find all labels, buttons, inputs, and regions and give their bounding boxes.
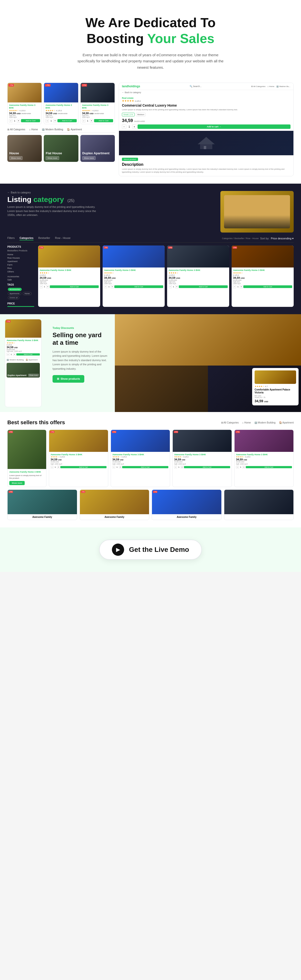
list-qty-minus-2[interactable]: − xyxy=(104,285,107,288)
card3-stars: ★★★★☆ 4.1/5.0 xyxy=(82,109,113,112)
bs-qty-minus-2[interactable]: − xyxy=(112,466,115,468)
list-item: -7% Awesome Family Home 3 BHK ★★★★☆ 4.1/… xyxy=(38,245,100,307)
sqft-opt-1[interactable]: Small | 1 ft. xyxy=(122,113,135,116)
bs-nav-apt[interactable]: 🏠 Apartment xyxy=(279,421,294,424)
list-qty-plus-3[interactable]: + xyxy=(175,285,178,288)
bs-qty-plus-1[interactable]: + xyxy=(57,466,60,468)
listing-sidebar: PRODUCTS Bestsellers Products Home Row H… xyxy=(7,245,34,307)
promo-right-images: ★★★★☆ 4.7 Comfortable Apartment Palace V… xyxy=(115,314,301,412)
promo-tab-apt[interactable]: 🏠 Apartment xyxy=(26,359,38,361)
tab-home[interactable]: ⌂ Home xyxy=(29,128,38,131)
badge-2: -7% xyxy=(45,84,50,87)
qty-plus-1[interactable]: + xyxy=(17,119,20,123)
bs-add-cart-3[interactable]: Add to Cart xyxy=(184,466,230,468)
sidebar-price-bar[interactable] xyxy=(7,306,34,307)
filter-bestseller[interactable]: Bestseller xyxy=(38,237,50,240)
nav-madren[interactable]: 🏢 Madren Bu... xyxy=(276,85,290,88)
sort-value[interactable]: Price descending ▾ xyxy=(271,237,294,240)
bs-qty-plus-4[interactable]: + xyxy=(242,466,245,468)
filter-btn[interactable]: Filters xyxy=(7,237,15,240)
filter-categories[interactable]: Categories xyxy=(19,237,33,240)
sidebar-tags-title: TAGS xyxy=(7,283,34,286)
bs-add-cart-1[interactable]: Add to Cart xyxy=(60,466,106,468)
cta-section: ▶ Get the Live Demo xyxy=(0,527,301,572)
back-to-category[interactable]: ← Back to category xyxy=(7,191,100,194)
list-qty-plus-4[interactable]: + xyxy=(240,285,243,288)
bs-qty-plus-2[interactable]: + xyxy=(119,466,122,468)
small-cat-btn-1[interactable]: Show more xyxy=(29,374,39,377)
bestsellers-section: Best sellers this offers ⊞ All Categorie… xyxy=(0,412,301,527)
tab-modern-building[interactable]: 🏢 Modern Building xyxy=(42,128,63,131)
listing-title-start: Listing xyxy=(7,196,33,204)
list-add-cart-4[interactable]: Add to Cart xyxy=(243,285,292,288)
hero-title-line1: We Are Dedicated To xyxy=(85,15,215,30)
detail-qty-plus[interactable]: + xyxy=(132,124,136,129)
qty-plus-3[interactable]: + xyxy=(90,119,93,123)
bs-add-cart-4[interactable]: Add to Cart xyxy=(246,466,292,468)
tag-apartments[interactable]: Apartments xyxy=(8,292,21,295)
show-products-btn[interactable]: ⊞ Show products xyxy=(52,375,84,383)
list-item: -7% Awesome Family Home 3 BHK Lorem ipsu… xyxy=(7,430,46,487)
sidebar-item-row-houses[interactable]: Row Houses xyxy=(7,256,34,260)
add-cart-btn-2[interactable]: Add to Cart xyxy=(57,119,76,122)
bs-nav-modern[interactable]: 🏢 Modern Building xyxy=(254,421,276,424)
list-add-cart-3[interactable]: Add to Cart xyxy=(179,285,228,288)
list-item: -7% Awesome Family xyxy=(152,490,222,520)
nav-home[interactable]: ⌂ Home xyxy=(268,85,274,88)
tag-home[interactable]: Home xyxy=(23,292,31,295)
card2-title: Awesome Family Home 3 BHK xyxy=(46,104,76,109)
tag-delete-all[interactable]: Delete all xyxy=(8,296,19,299)
bs-nav-home[interactable]: ⌂ Home xyxy=(242,421,251,424)
card1-title: Awesome Family Home 3 BHK xyxy=(9,104,40,109)
promo-tab-modern[interactable]: 🏢 Modern Building xyxy=(6,359,24,361)
bs-show-more-btn[interactable]: Show more xyxy=(9,481,25,485)
cat-flat-btn[interactable]: Show more xyxy=(46,156,59,160)
promo-add-cart[interactable]: Add to Cart xyxy=(16,353,40,356)
sidebar-accessories[interactable]: Accessories xyxy=(7,275,34,278)
hero-section: We Are Dedicated To Boosting Your Sales … xyxy=(0,0,301,80)
bs-qty-minus-3[interactable]: − xyxy=(174,466,177,468)
sidebar-item-rice[interactable]: Rice xyxy=(7,267,34,270)
tab-apartment[interactable]: 🏠 Apartment xyxy=(67,128,82,131)
cat-duplex-btn[interactable]: Show more xyxy=(82,156,95,160)
qty-minus-2[interactable]: − xyxy=(46,119,49,123)
nav-all-cat[interactable]: ⊞ All Categories xyxy=(251,85,266,88)
detail-qty-minus[interactable]: − xyxy=(122,124,126,129)
sidebar-item-home[interactable]: Home xyxy=(7,253,34,256)
add-cart-btn-3[interactable]: Add to Cart xyxy=(94,119,113,122)
back-btn[interactable]: ← Back to category xyxy=(119,90,293,95)
sidebar-item-farm[interactable]: Farm xyxy=(7,263,34,267)
cat-house-btn[interactable]: Show more xyxy=(9,156,22,160)
sidebar-item-apartment[interactable]: Apartment xyxy=(7,260,34,263)
list-qty-minus-3[interactable]: − xyxy=(169,285,172,288)
list-qty-plus-2[interactable]: + xyxy=(111,285,114,288)
list-qty-plus-1[interactable]: + xyxy=(46,285,49,288)
bs-qty-minus-1[interactable]: − xyxy=(51,466,54,468)
list-qty-minus-4[interactable]: − xyxy=(233,285,236,288)
list-add-cart-2[interactable]: Add to Cart xyxy=(114,285,163,288)
list-add-cart-1[interactable]: Add to Cart xyxy=(50,285,99,288)
live-demo-button[interactable]: ▶ Get the Live Demo xyxy=(99,539,202,560)
bs-add-cart-2[interactable]: Add to Cart xyxy=(122,466,168,468)
filter-row-house[interactable]: Row - House xyxy=(55,237,71,240)
about-product-btn[interactable]: About product xyxy=(122,158,138,161)
detail-add-cart[interactable]: Add to cart → xyxy=(138,124,290,129)
bs-nav-all[interactable]: ⊞ All Categories xyxy=(221,421,239,424)
qty-minus-1[interactable]: − xyxy=(9,119,13,123)
add-cart-btn-1[interactable]: Add to Cart xyxy=(21,119,40,122)
bs-qty-minus-4[interactable]: − xyxy=(236,466,239,468)
promo-left-card: -7% Awesome Family Home 3 BHK ★★★★☆ 4.1/… xyxy=(5,319,41,407)
cat-house: House Show more xyxy=(7,135,42,162)
promo-qty-minus[interactable]: − xyxy=(6,353,10,356)
promo-qty-plus[interactable]: + xyxy=(13,353,16,356)
bs-qty-plus-3[interactable]: + xyxy=(181,466,184,468)
qty-plus-2[interactable]: + xyxy=(53,119,57,123)
tab-all-categories[interactable]: ⊞ All Categories xyxy=(7,128,25,131)
list-qty-minus-1[interactable]: − xyxy=(40,285,43,288)
sidebar-sale[interactable]: Sale xyxy=(7,278,34,281)
qty-minus-3[interactable]: − xyxy=(82,119,86,123)
sqft-opt-2[interactable]: Medium xyxy=(136,113,146,116)
brand-logo: landholdings xyxy=(122,84,140,88)
sidebar-item-others[interactable]: Others xyxy=(7,270,34,274)
tag-accessories[interactable]: Accessories xyxy=(8,288,22,291)
